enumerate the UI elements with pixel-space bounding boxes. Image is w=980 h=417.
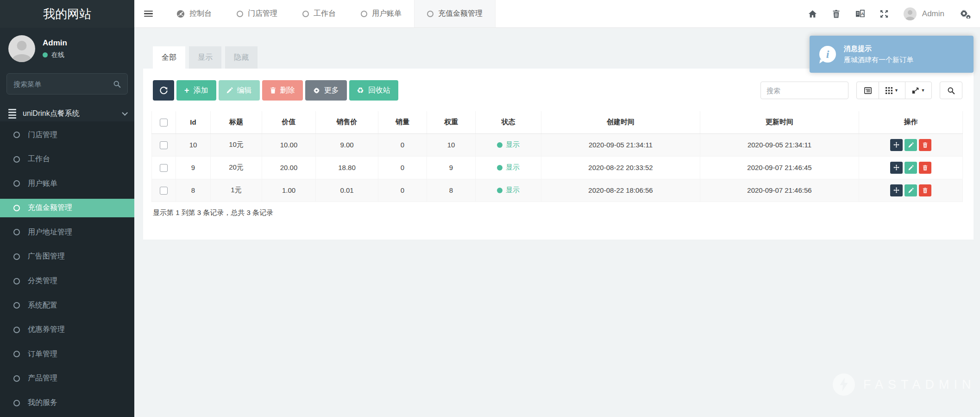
select-all-checkbox[interactable] xyxy=(160,119,168,126)
user-panel: Admin 在线 xyxy=(0,34,134,63)
row-edit-button[interactable] xyxy=(905,184,917,196)
row-drag-button[interactable] xyxy=(890,184,903,196)
navbar-right: A Admin xyxy=(808,0,980,27)
watermark-text: FASTADMIN xyxy=(863,378,976,392)
table-search-input[interactable] xyxy=(760,82,848,99)
fastadmin-logo-icon xyxy=(833,373,855,396)
sidebar-item-orders[interactable]: 订单管理 xyxy=(0,345,134,363)
sidebar-item-user-bills[interactable]: 用户账单 xyxy=(0,174,134,193)
sidebar-group-unidrink[interactable]: uniDrink点餐系统 xyxy=(0,104,134,123)
table-row: 8 1元 1.00 0.01 0 8 显示 2020-08-22 18:06:5… xyxy=(152,179,963,202)
col-header-weight[interactable]: 权重 xyxy=(427,111,476,133)
row-drag-button[interactable] xyxy=(890,139,903,151)
circle-icon xyxy=(427,11,433,17)
row-checkbox[interactable] xyxy=(160,164,168,172)
table-search-area: ▼ ▼ xyxy=(760,82,962,99)
col-header-value[interactable]: 价值 xyxy=(262,111,316,133)
sidebar-item-ad-images[interactable]: 广告图管理 xyxy=(0,247,134,266)
status-badge[interactable]: 显示 xyxy=(497,140,520,149)
filter-tabs: 全部 显示 隐藏 xyxy=(153,46,258,69)
refresh-button[interactable] xyxy=(153,80,174,101)
add-button[interactable]: +添加 xyxy=(176,80,216,101)
columns-button[interactable]: ▼ xyxy=(879,82,905,99)
gear-icon xyxy=(313,87,320,94)
recycle-icon: ♻ xyxy=(357,87,364,95)
row-drag-button[interactable] xyxy=(890,162,903,174)
row-delete-button[interactable] xyxy=(919,162,931,174)
circle-icon xyxy=(13,302,20,309)
avatar xyxy=(904,7,917,20)
row-delete-button[interactable] xyxy=(919,139,931,151)
col-header-status[interactable]: 状态 xyxy=(476,111,541,133)
settings-gears-icon[interactable] xyxy=(960,9,971,19)
col-header-updated-at[interactable]: 更新时间 xyxy=(700,111,859,133)
home-icon[interactable] xyxy=(808,10,817,18)
trash-icon[interactable] xyxy=(832,10,840,18)
hamburger-menu-icon[interactable] xyxy=(134,0,162,27)
table-row: 9 20元 20.00 18.80 0 9 显示 2020-08-22 20:3… xyxy=(152,156,963,179)
col-header-created-at[interactable]: 创建时间 xyxy=(541,111,700,133)
sidebar-item-categories[interactable]: 分类管理 xyxy=(0,272,134,291)
recycle-bin-button[interactable]: ♻回收站 xyxy=(349,80,398,101)
sidebar-item-products[interactable]: 产品管理 xyxy=(0,369,134,388)
toast-title: 消息提示 xyxy=(844,44,913,53)
col-header-sales[interactable]: 销量 xyxy=(378,111,427,133)
filter-tab-visible[interactable]: 显示 xyxy=(189,46,221,69)
circle-icon xyxy=(13,375,20,382)
col-header-sale-price[interactable]: 销售价 xyxy=(316,111,378,133)
search-icon xyxy=(113,80,121,88)
top-navbar: 控制台 门店管理 工作台 用户账单 充值金额管理 A Admin xyxy=(134,0,980,28)
row-checkbox[interactable] xyxy=(160,141,168,149)
toast-message: 雁城酒肆有一个新订单 xyxy=(844,56,913,64)
sidebar-item-my-services[interactable]: 我的服务 xyxy=(0,394,134,412)
tab-recharge-amount[interactable]: 充值金额管理 xyxy=(414,0,496,27)
chevron-down-icon xyxy=(122,110,128,116)
col-header-actions: 操作 xyxy=(859,111,963,133)
tab-dashboard[interactable]: 控制台 xyxy=(164,0,224,27)
menu-search-input[interactable] xyxy=(13,80,113,88)
delete-button[interactable]: 删除 xyxy=(262,80,303,101)
nav-tabs: 控制台 门店管理 工作台 用户账单 充值金额管理 xyxy=(164,0,496,27)
filter-tab-hidden[interactable]: 隐藏 xyxy=(225,46,258,69)
sidebar-item-user-address[interactable]: 用户地址管理 xyxy=(0,223,134,241)
row-delete-button[interactable] xyxy=(919,184,931,196)
more-button[interactable]: 更多 xyxy=(305,80,347,101)
tab-workbench[interactable]: 工作台 xyxy=(290,0,348,27)
trash-icon xyxy=(270,87,276,94)
user-name: Admin xyxy=(43,38,67,48)
status-dot-icon xyxy=(497,165,503,171)
table-row: 10 10元 10.00 9.00 0 10 显示 2020-09-05 21:… xyxy=(152,133,963,156)
advanced-search-button[interactable] xyxy=(940,82,962,99)
sidebar-item-coupons[interactable]: 优惠券管理 xyxy=(0,321,134,339)
status-badge[interactable]: 显示 xyxy=(497,163,520,172)
filter-tab-all[interactable]: 全部 xyxy=(153,46,185,69)
col-header-id[interactable]: Id xyxy=(176,111,211,133)
row-checkbox[interactable] xyxy=(160,187,168,195)
col-header-title[interactable]: 标题 xyxy=(211,111,262,133)
navbar-user-menu[interactable]: Admin xyxy=(904,7,944,20)
edit-button[interactable]: 编辑 xyxy=(219,80,260,101)
tab-store-mgmt[interactable]: 门店管理 xyxy=(224,0,290,27)
language-icon[interactable]: A xyxy=(855,10,865,18)
status-badge[interactable]: 显示 xyxy=(497,186,520,195)
row-edit-button[interactable] xyxy=(905,139,917,151)
plus-icon: + xyxy=(184,86,189,95)
site-title: 我的网站 xyxy=(0,0,134,28)
sidebar-item-system-config[interactable]: 系统配置 xyxy=(0,296,134,315)
toggle-view-button[interactable] xyxy=(856,82,879,99)
info-icon: i xyxy=(819,46,836,63)
circle-icon xyxy=(302,11,309,17)
tab-user-bills[interactable]: 用户账单 xyxy=(348,0,414,27)
sidebar-item-store-mgmt[interactable]: 门店管理 xyxy=(0,126,134,144)
row-edit-button[interactable] xyxy=(905,162,917,174)
circle-icon xyxy=(13,229,20,235)
pencil-icon xyxy=(226,87,233,94)
sidebar-item-recharge-amount[interactable]: 充值金额管理 xyxy=(0,199,134,217)
toast-notification[interactable]: i 消息提示 雁城酒肆有一个新订单 xyxy=(810,36,974,73)
circle-icon xyxy=(13,132,20,138)
fullscreen-icon[interactable] xyxy=(880,10,888,18)
status-dot-icon xyxy=(497,142,503,148)
select-all-cell xyxy=(152,111,176,133)
sidebar-item-workbench[interactable]: 工作台 xyxy=(0,150,134,169)
export-button[interactable]: ▼ xyxy=(905,82,932,99)
